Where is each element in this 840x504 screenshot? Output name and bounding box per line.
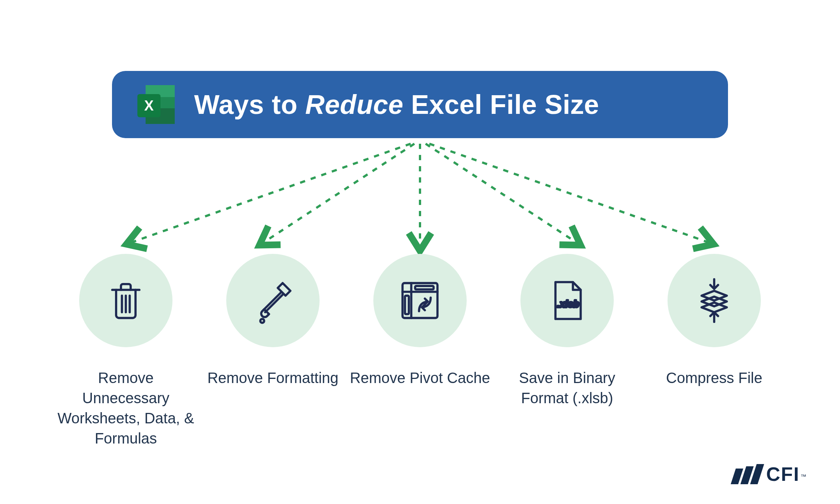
connector-2 [263, 144, 414, 243]
page-title: Ways to Reduce Excel File Size [194, 89, 599, 120]
svg-point-3 [260, 319, 264, 323]
file-xlsb-icon: .xlsb [543, 276, 591, 325]
brand-name: CFI [766, 463, 800, 485]
title-suffix: Excel File Size [403, 90, 599, 119]
method-label: Remove Formatting [207, 368, 338, 388]
connector-4 [426, 144, 577, 243]
circle-bg [668, 254, 761, 347]
pivot-table-icon [396, 276, 444, 325]
method-remove-formatting: Remove Formatting [202, 254, 344, 448]
brand-trademark: ™ [800, 473, 806, 480]
method-remove-worksheets: Remove Unnecessary Worksheets, Data, & F… [55, 254, 197, 448]
circle-bg: .xlsb [520, 254, 614, 347]
method-remove-pivot-cache: Remove Pivot Cache [349, 254, 491, 448]
methods-row: Remove Unnecessary Worksheets, Data, & F… [0, 254, 840, 448]
compress-stack-icon [690, 276, 738, 325]
circle-bg [226, 254, 320, 347]
title-banner: X Ways to Reduce Excel File Size [112, 71, 728, 138]
svg-rect-7 [415, 286, 433, 289]
method-label: Save in Binary Format (.xlsb) [496, 368, 638, 408]
connector-5 [429, 144, 709, 243]
excel-icon: X [134, 82, 179, 127]
circle-bg [373, 254, 467, 347]
title-emphasis: Reduce [305, 90, 403, 119]
svg-rect-8 [405, 296, 409, 314]
circle-bg [79, 254, 172, 347]
method-save-xlsb: .xlsb Save in Binary Format (.xlsb) [496, 254, 638, 448]
method-label: Remove Unnecessary Worksheets, Data, & F… [55, 368, 197, 448]
connector-1 [131, 144, 411, 243]
title-prefix: Ways to [194, 90, 305, 119]
cfi-bars-icon [731, 464, 764, 484]
svg-text:.xlsb: .xlsb [557, 298, 579, 309]
excel-icon-letter: X [137, 94, 161, 117]
method-compress-file: Compress File [643, 254, 785, 448]
method-label: Compress File [666, 368, 762, 388]
cfi-logo-text: CFI™ [766, 463, 806, 485]
eyedropper-icon [249, 276, 297, 325]
cfi-logo: CFI™ [734, 463, 806, 485]
method-label: Remove Pivot Cache [350, 368, 490, 388]
trash-icon [102, 276, 150, 325]
